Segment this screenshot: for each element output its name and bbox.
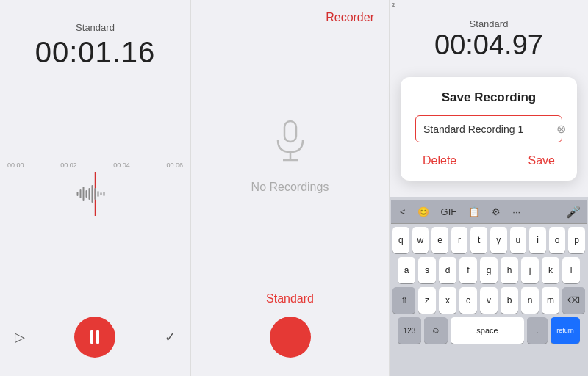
kb-mic-btn[interactable]: 🎤 (566, 205, 581, 219)
kb-key-s[interactable]: s (418, 257, 436, 283)
kb-row-4: 123 ☺ space . return (392, 317, 585, 344)
kb-emoji-key[interactable]: ☺ (424, 317, 448, 344)
kb-key-r[interactable]: r (451, 227, 468, 253)
save-input-row: ⊗ (415, 115, 562, 142)
svg-rect-4 (86, 190, 87, 198)
kb-key-p[interactable]: p (568, 227, 585, 253)
save-dialog: Save Recording ⊗ Delete Save (401, 77, 577, 181)
kb-period-key[interactable]: . (527, 317, 548, 344)
waveform-area: 00:00 00:02 00:04 00:06 (0, 76, 190, 306)
waveform-track: 00:00 00:02 00:04 00:06 (0, 162, 190, 220)
kb-emoji-btn[interactable]: 😊 (415, 205, 432, 219)
svg-rect-2 (80, 189, 82, 198)
kb-key-k[interactable]: k (542, 257, 559, 283)
waveform-time-2: 00:04 (113, 162, 130, 169)
panel1-mode-label: Standard (76, 22, 115, 33)
kb-key-h[interactable]: h (501, 257, 518, 283)
kb-key-j[interactable]: j (521, 257, 539, 283)
kb-number-hints-row: 1q 2w e r t y u i o p (392, 227, 585, 253)
kb-clipboard-btn[interactable]: 📋 (465, 205, 483, 219)
recorder-title: Recorder (326, 11, 374, 24)
svg-rect-9 (101, 192, 102, 195)
kb-key-b[interactable]: b (501, 287, 518, 314)
panel2-header: Recorder (191, 0, 389, 32)
record-button[interactable] (270, 317, 311, 358)
keyboard-rows: 1q 2w e r t y u i o p a s (391, 224, 587, 350)
waveform-time-0: 00:00 (7, 162, 24, 169)
waveform-svg (0, 172, 190, 216)
panel3-content: Standard 00:04.97 Save Recording ⊗ Delet… (390, 0, 588, 376)
save-dialog-title: Save Recording (415, 90, 562, 105)
svg-rect-6 (92, 185, 93, 203)
kb-key-t[interactable]: t (470, 227, 487, 253)
panel1-header: Standard 00:01.16 (0, 0, 190, 76)
panel2-standard-label: Standard (266, 292, 314, 306)
arrow-icon: ▷ (15, 329, 25, 345)
panel-recording-active: Standard 00:01.16 00:00 00:02 00:04 00:0… (0, 0, 191, 376)
check-icon[interactable]: ✓ (165, 329, 176, 345)
kb-key-m[interactable]: m (542, 287, 559, 314)
kb-key-u[interactable]: u (510, 227, 527, 253)
kb-key-q[interactable]: 1q (392, 227, 409, 253)
kb-key-e[interactable]: e (431, 227, 448, 253)
kb-row-2: a s d f g h j k l (392, 257, 585, 283)
kb-delete-key[interactable]: ⌫ (562, 287, 585, 314)
waveform-canvas (0, 172, 190, 216)
kb-123-key[interactable]: 123 (398, 317, 421, 344)
kb-settings-btn[interactable]: ⚙ (489, 205, 503, 219)
panel3-timer: 00:04.97 (434, 29, 543, 61)
svg-rect-1 (77, 192, 79, 196)
svg-rect-11 (284, 121, 296, 142)
kb-key-i[interactable]: i (529, 227, 546, 253)
pause-button[interactable] (74, 317, 115, 358)
kb-key-d[interactable]: d (439, 257, 456, 283)
kb-key-v[interactable]: v (480, 287, 498, 314)
svg-rect-3 (83, 187, 85, 201)
delete-button[interactable]: Delete (423, 154, 456, 167)
kb-return-key[interactable]: return (551, 317, 580, 344)
panel2-body: No Recordings (191, 32, 389, 281)
panel-save-recording: Standard 00:04.97 Save Recording ⊗ Delet… (390, 0, 588, 376)
pause-icon (90, 330, 99, 344)
panel2-bottom: Standard (191, 281, 389, 376)
waveform-time-1: 00:02 (60, 162, 77, 169)
kb-back-btn[interactable]: < (397, 205, 409, 219)
kb-key-n[interactable]: n (521, 287, 539, 314)
kb-gif-btn[interactable]: GIF (438, 205, 460, 219)
kb-key-g[interactable]: g (480, 257, 498, 283)
no-recordings-text: No Recordings (251, 181, 329, 194)
panel1-controls: ▷ ✓ (0, 306, 190, 376)
save-dialog-actions: Delete Save (415, 154, 562, 167)
svg-rect-7 (95, 188, 96, 200)
kb-shift-key[interactable]: ⇧ (392, 287, 415, 314)
kb-key-w[interactable]: 2w (412, 227, 429, 253)
kb-key-y[interactable]: y (490, 227, 507, 253)
kb-key-x[interactable]: x (439, 287, 456, 314)
svg-rect-5 (89, 188, 90, 200)
save-input-field[interactable] (423, 123, 552, 135)
kb-space-key[interactable]: space (451, 317, 524, 344)
svg-rect-8 (98, 191, 99, 197)
panel1-timer: 00:01.16 (35, 36, 156, 69)
panel-recorder-home: Recorder No Recordings Standard (191, 0, 390, 376)
kb-key-a[interactable]: a (398, 257, 415, 283)
kb-key-c[interactable]: c (459, 287, 477, 314)
waveform-labels: 00:00 00:02 00:04 00:06 (7, 162, 183, 169)
svg-rect-10 (104, 192, 105, 196)
kb-key-l[interactable]: l (562, 257, 580, 283)
kb-key-o[interactable]: o (549, 227, 566, 253)
kb-key-f[interactable]: f (459, 257, 477, 283)
save-button[interactable]: Save (528, 154, 555, 167)
kb-row-3: ⇧ z x c v b n m ⌫ (392, 287, 585, 314)
mic-icon (272, 120, 309, 172)
panel3-header: Standard 00:04.97 (390, 0, 588, 68)
panel3-mode-label: Standard (470, 18, 509, 29)
keyboard-toolbar: < 😊 GIF 📋 ⚙ ··· 🎤 (391, 200, 587, 224)
clear-input-icon[interactable]: ⊗ (556, 122, 566, 136)
kb-key-z[interactable]: z (418, 287, 436, 314)
waveform-time-3: 00:06 (166, 162, 183, 169)
kb-more-btn[interactable]: ··· (509, 205, 523, 219)
keyboard: < 😊 GIF 📋 ⚙ ··· 🎤 1q 2w e (390, 197, 588, 376)
